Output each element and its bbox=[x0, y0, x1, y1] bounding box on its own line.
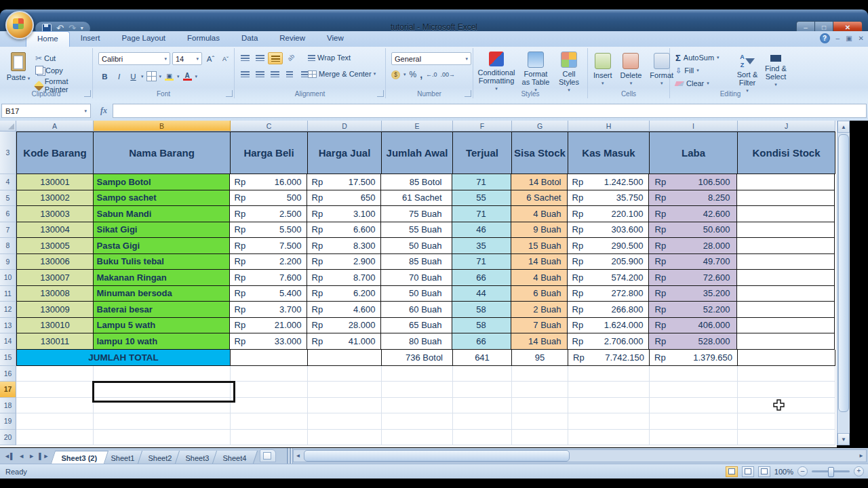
cell-G18[interactable] bbox=[512, 398, 568, 414]
cell-F16[interactable] bbox=[453, 366, 512, 382]
page-break-view-button[interactable] bbox=[758, 466, 770, 477]
cell-J9[interactable] bbox=[737, 254, 835, 270]
cell-A10[interactable]: 130007 bbox=[16, 270, 94, 286]
zoom-in-icon[interactable]: + bbox=[854, 466, 864, 476]
vertical-scroll-thumb[interactable] bbox=[838, 134, 849, 412]
cell-H12[interactable]: Rp266.800 bbox=[568, 302, 649, 318]
cell-G15[interactable]: 95 bbox=[512, 350, 568, 366]
cell-I16[interactable] bbox=[650, 366, 738, 382]
prev-sheet-icon[interactable]: ◄ bbox=[18, 453, 24, 460]
column-header-D[interactable]: D bbox=[308, 121, 382, 131]
accounting-dropdown-icon[interactable]: ▾ bbox=[403, 72, 406, 77]
cell-C8[interactable]: Rp7.500 bbox=[230, 238, 307, 254]
orientation-icon[interactable]: ab bbox=[284, 52, 298, 63]
cell-G14[interactable]: 14 Buah bbox=[511, 333, 568, 350]
cell-B8[interactable]: Pasta Gigi bbox=[93, 238, 230, 254]
column-header-A[interactable]: A bbox=[16, 121, 94, 131]
tab-insert[interactable]: Insert bbox=[70, 31, 111, 47]
cell-J11[interactable] bbox=[737, 286, 835, 302]
row-header-12[interactable]: 12 bbox=[0, 302, 16, 318]
cell-F11[interactable]: 44 bbox=[452, 286, 511, 302]
active-cell-selection[interactable] bbox=[92, 381, 235, 403]
tab-view[interactable]: View bbox=[316, 31, 355, 47]
merge-center-button[interactable]: Merge & Center▾ bbox=[308, 70, 376, 78]
cell-D14[interactable]: Rp41.000 bbox=[307, 333, 381, 350]
cell-I15[interactable]: Rp1.379.650 bbox=[650, 350, 738, 366]
cell-H19[interactable] bbox=[568, 413, 650, 430]
cell-J20[interactable] bbox=[738, 430, 835, 446]
cell-D17[interactable] bbox=[308, 382, 382, 398]
cell-G17[interactable] bbox=[512, 382, 568, 398]
office-button[interactable] bbox=[5, 11, 34, 39]
horizontal-scrollbar[interactable]: ◄ ► bbox=[293, 449, 867, 462]
cell-A20[interactable] bbox=[16, 430, 94, 446]
cell-D18[interactable] bbox=[308, 398, 382, 414]
cell-I3[interactable]: Laba bbox=[650, 131, 738, 174]
cell-G16[interactable] bbox=[512, 366, 568, 382]
cell-B13[interactable]: Lampu 5 wath bbox=[93, 318, 230, 334]
cell-J18[interactable] bbox=[738, 398, 835, 414]
cell-J5[interactable] bbox=[737, 190, 835, 207]
cell-E17[interactable] bbox=[382, 382, 453, 398]
cell-G10[interactable]: 4 Buah bbox=[511, 270, 568, 286]
cell-J10[interactable] bbox=[737, 270, 835, 286]
scroll-left-icon[interactable]: ◄ bbox=[294, 453, 303, 459]
cell-E9[interactable]: 85 Buah bbox=[381, 254, 452, 270]
cell-I7[interactable]: Rp50.600 bbox=[649, 222, 737, 239]
cell-C4[interactable]: Rp16.000 bbox=[230, 174, 307, 190]
cell-H7[interactable]: Rp303.600 bbox=[568, 222, 649, 239]
cell-B14[interactable]: lampu 10 wath bbox=[93, 333, 230, 350]
cell-C7[interactable]: Rp5.500 bbox=[230, 222, 307, 239]
cell-F17[interactable] bbox=[453, 382, 512, 398]
cell-F3[interactable]: Terjual bbox=[453, 131, 512, 174]
cell-E15[interactable]: 736 Botol bbox=[382, 350, 453, 366]
cell-G12[interactable]: 2 Buah bbox=[511, 302, 568, 318]
font-name-select[interactable]: Calibri▾ bbox=[98, 52, 170, 65]
grow-font-icon[interactable]: Aˆ bbox=[204, 52, 217, 65]
cell-H9[interactable]: Rp205.900 bbox=[568, 254, 649, 270]
cell-C20[interactable] bbox=[231, 430, 308, 446]
cell-G9[interactable]: 14 Buah bbox=[511, 254, 568, 270]
workbook-minimize-icon[interactable]: – bbox=[836, 35, 840, 42]
formula-input[interactable] bbox=[113, 104, 867, 118]
row-header-14[interactable]: 14 bbox=[0, 333, 16, 350]
cell-G11[interactable]: 6 Buah bbox=[511, 286, 568, 302]
cell-I8[interactable]: Rp28.000 bbox=[649, 238, 737, 254]
column-header-G[interactable]: G bbox=[512, 121, 568, 131]
cell-G4[interactable]: 14 Botol bbox=[511, 174, 568, 190]
cell-F4[interactable]: 71 bbox=[452, 174, 511, 190]
cell-J17[interactable] bbox=[738, 382, 835, 398]
cell-I6[interactable]: Rp42.600 bbox=[649, 206, 737, 222]
cell-A19[interactable] bbox=[16, 413, 94, 430]
cell-A3[interactable]: Kode Barang bbox=[16, 131, 94, 174]
tab-review[interactable]: Review bbox=[269, 31, 316, 47]
cell-H16[interactable] bbox=[568, 366, 650, 382]
cell-C11[interactable]: Rp5.400 bbox=[230, 286, 307, 302]
cell-B16[interactable] bbox=[94, 366, 231, 382]
cell-A14[interactable]: 130011 bbox=[16, 333, 94, 350]
cell-F10[interactable]: 66 bbox=[452, 270, 511, 286]
cell-A13[interactable]: 130010 bbox=[16, 318, 94, 334]
cell-H17[interactable] bbox=[568, 382, 650, 398]
cell-F15[interactable]: 641 bbox=[453, 350, 512, 366]
cell-B9[interactable]: Buku Tulis tebal bbox=[93, 254, 230, 270]
cell-F8[interactable]: 35 bbox=[452, 238, 511, 254]
borders-dropdown-icon[interactable]: ▾ bbox=[159, 74, 162, 79]
row-header-18[interactable]: 18 bbox=[0, 398, 16, 414]
row-header-5[interactable]: 5 bbox=[0, 190, 16, 207]
cell-C17[interactable] bbox=[231, 382, 308, 398]
cell-C13[interactable]: Rp21.000 bbox=[230, 318, 307, 334]
cell-J7[interactable] bbox=[737, 222, 835, 239]
cell-I17[interactable] bbox=[650, 382, 738, 398]
cell-J15[interactable] bbox=[738, 350, 835, 366]
cell-A11[interactable]: 130008 bbox=[16, 286, 94, 302]
row-header-9[interactable]: 9 bbox=[0, 254, 16, 270]
cell-B12[interactable]: Baterai besar bbox=[93, 302, 230, 318]
number-dialog-launcher-icon[interactable] bbox=[465, 90, 471, 97]
cell-C3[interactable]: Harga Beli bbox=[231, 131, 308, 174]
sheet-tab-sheet4[interactable]: Sheet4 bbox=[212, 451, 258, 464]
cell-H10[interactable]: Rp574.200 bbox=[568, 270, 649, 286]
cell-I20[interactable] bbox=[650, 430, 738, 446]
font-color-dropdown-icon[interactable]: ▾ bbox=[195, 74, 198, 79]
first-sheet-icon[interactable]: ◄▌ bbox=[4, 453, 14, 460]
